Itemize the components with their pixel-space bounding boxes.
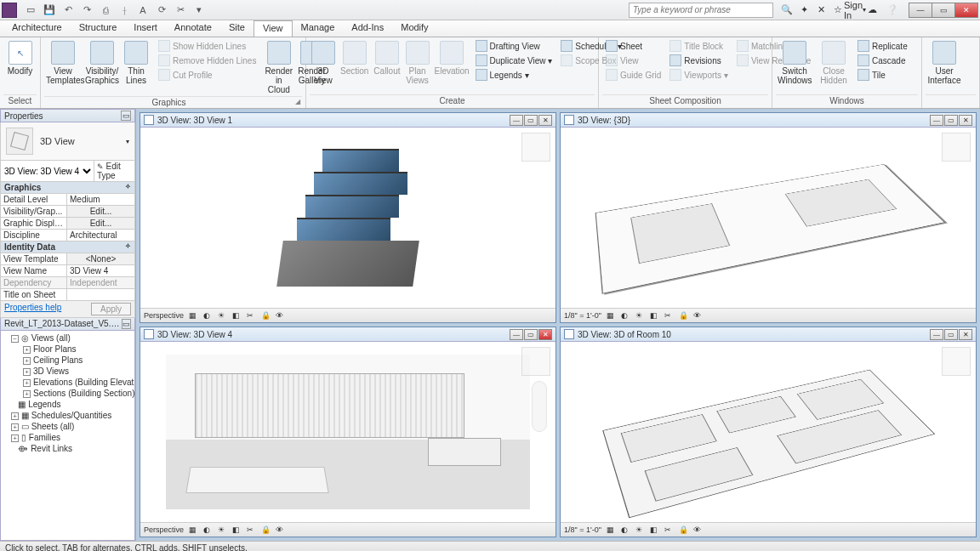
crop-icon[interactable]: ✂ [246, 310, 256, 321]
visual-style-icon[interactable]: ◐ [202, 310, 213, 321]
favorite-icon[interactable]: ☆ [831, 3, 845, 17]
scale-label[interactable]: 1/8" = 1'-0" [564, 311, 601, 320]
viewport-3-title[interactable]: 3D View: 3D View 4 —▭✕ [140, 327, 556, 342]
crop-icon[interactable]: ✂ [664, 310, 674, 321]
lock-icon[interactable]: 🔒 [678, 310, 688, 321]
sheet-button[interactable]: Sheet [602, 39, 664, 53]
tree-sections[interactable]: +Sections (Building Section) [3, 388, 133, 399]
hide-icon[interactable]: 👁 [692, 525, 703, 535]
graphics-launcher-icon[interactable]: ◢ [293, 98, 302, 105]
subscription-icon[interactable]: ✦ [797, 3, 811, 17]
app-menu-icon[interactable] [2, 3, 17, 18]
view-selector[interactable]: 3D View: 3D View 4 [1, 161, 94, 181]
help-search-input[interactable] [629, 3, 773, 18]
lock-icon[interactable]: 🔒 [260, 310, 271, 321]
hide-icon[interactable]: 👁 [275, 525, 285, 535]
section-button[interactable]: Section [339, 39, 370, 77]
prop-discipline[interactable]: DisciplineArchitectural [0, 230, 135, 241]
prop-title-on-sheet[interactable]: Title on Sheet [0, 289, 135, 301]
properties-help-link[interactable]: Properties help [4, 303, 61, 315]
minimize-button[interactable]: — [909, 3, 932, 18]
tab-view[interactable]: View [254, 20, 293, 37]
print-icon[interactable]: ⎙ [97, 3, 114, 18]
hide-icon[interactable]: 👁 [275, 310, 285, 321]
viewports-button[interactable]: Viewports ▾ [666, 68, 732, 82]
viewport-4-canvas[interactable] [561, 342, 976, 522]
prop-visibility[interactable]: Visibility/Grap...Edit... [0, 206, 135, 218]
tab-architecture[interactable]: Architecture [3, 20, 71, 37]
open-icon[interactable]: ▭ [22, 3, 39, 18]
group-identity[interactable]: Identity Data✧ [0, 241, 135, 253]
cut-profile-button[interactable]: Cut Profile [155, 68, 259, 82]
tree-families[interactable]: +▯ Families [3, 432, 133, 443]
scale-label[interactable]: Perspective [144, 525, 184, 534]
prop-detail-level[interactable]: Detail LevelMedium [0, 194, 135, 206]
crop-icon[interactable]: ✂ [664, 525, 674, 535]
measure-icon[interactable]: ⟊ [116, 3, 133, 18]
view-close-icon[interactable]: ✕ [959, 329, 972, 340]
view-min-icon[interactable]: — [510, 329, 523, 340]
sun-icon[interactable]: ☀ [635, 525, 645, 535]
shadow-icon[interactable]: ◧ [649, 310, 659, 321]
title-block-button[interactable]: Title Block [666, 39, 732, 53]
viewport-1-canvas[interactable] [140, 128, 556, 308]
viewport-2-title[interactable]: 3D View: {3D} —▭✕ [561, 113, 976, 128]
guide-grid-button[interactable]: Guide Grid [602, 68, 664, 82]
close-button[interactable]: ✕ [954, 3, 978, 18]
sun-icon[interactable]: ☀ [635, 310, 645, 321]
group-graphics[interactable]: Graphics✧ [0, 182, 135, 194]
tab-addins[interactable]: Add-Ins [343, 20, 392, 37]
save-icon[interactable]: 💾 [41, 3, 58, 18]
browser-close-icon[interactable]: ▭ [122, 319, 131, 329]
view-min-icon[interactable]: — [510, 115, 523, 126]
duplicate-view-button[interactable]: Duplicate View ▾ [472, 54, 556, 67]
tree-views[interactable]: −◎ Views (all) [3, 332, 133, 344]
tree-elevations[interactable]: +Elevations (Building Elevation) [3, 377, 133, 388]
nav-cube[interactable] [942, 133, 971, 162]
view-max-icon[interactable]: ▭ [524, 115, 538, 126]
shadow-icon[interactable]: ◧ [231, 310, 242, 321]
maximize-button[interactable]: ▭ [932, 3, 955, 18]
text-icon[interactable]: A [134, 3, 151, 18]
tree-3d-views[interactable]: +3D Views [3, 366, 133, 377]
sun-icon[interactable]: ☀ [217, 525, 227, 535]
scale-label[interactable]: Perspective [144, 311, 184, 320]
project-browser-header[interactable]: Revit_LT_2013-Dataset_V5.rvt - Proje... … [1, 318, 134, 331]
sun-icon[interactable]: ☀ [217, 310, 227, 321]
crop-icon[interactable]: ✂ [246, 525, 256, 535]
prop-view-template[interactable]: View Template<None> [0, 253, 135, 265]
elevation-button[interactable]: Elevation [433, 39, 470, 77]
nav-cube[interactable] [521, 347, 550, 376]
tree-ceiling-plans[interactable]: +Ceiling Plans [3, 355, 133, 366]
revisions-button[interactable]: Revisions [666, 54, 732, 67]
visual-style-icon[interactable]: ◐ [620, 525, 630, 535]
shadow-icon[interactable]: ◧ [649, 525, 659, 535]
view-close-icon[interactable]: ✕ [959, 115, 972, 126]
search-icon[interactable]: 🔍 [780, 3, 794, 17]
3d-view-button[interactable]: 3D View [310, 39, 337, 87]
nav-cube[interactable] [521, 133, 550, 162]
tile-button[interactable]: Tile [854, 68, 911, 82]
visual-style-icon[interactable]: ◐ [620, 310, 630, 321]
edit-type-button[interactable]: ✎ Edit Type [94, 161, 134, 181]
hide-icon[interactable]: 👁 [692, 310, 703, 321]
modify-button[interactable]: ↖ Modify [3, 39, 37, 77]
tab-annotate[interactable]: Annotate [166, 20, 220, 37]
section-icon[interactable]: ✂ [172, 3, 189, 18]
lock-icon[interactable]: 🔒 [678, 525, 688, 535]
prop-view-name[interactable]: View Name3D View 4 [0, 265, 135, 277]
view-button[interactable]: View [602, 54, 664, 67]
view-max-icon[interactable]: ▭ [944, 115, 958, 126]
detail-icon[interactable]: ▦ [606, 310, 616, 321]
view-templates-button[interactable]: View Templates [44, 39, 82, 87]
plan-views-button[interactable]: Plan Views [404, 39, 431, 87]
nav-cube[interactable] [942, 347, 971, 376]
detail-icon[interactable]: ▦ [606, 525, 616, 535]
shadow-icon[interactable]: ◧ [231, 525, 242, 535]
tab-modify[interactable]: Modify [392, 20, 436, 37]
exchange-icon[interactable]: ✕ [814, 3, 828, 17]
detail-icon[interactable]: ▦ [188, 525, 198, 535]
user-interface-button[interactable]: User Interface [926, 39, 963, 87]
cascade-button[interactable]: Cascade [854, 54, 911, 67]
legends-button[interactable]: Legends ▾ [472, 68, 556, 82]
